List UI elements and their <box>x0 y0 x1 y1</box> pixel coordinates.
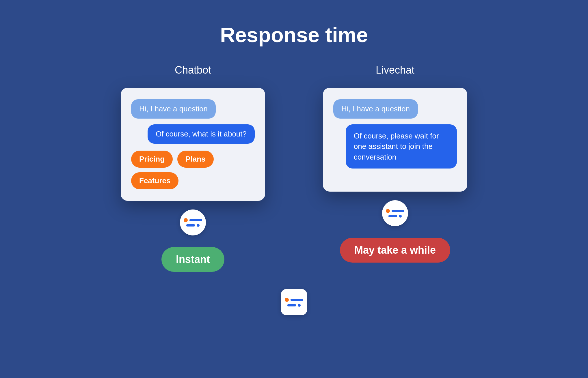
chatbot-status-badge: Instant <box>161 247 224 272</box>
bottom-icon-dot-blue <box>298 304 301 307</box>
option-plans[interactable]: Plans <box>177 151 213 168</box>
typing-line-blue-2 <box>392 210 404 212</box>
option-pricing[interactable]: Pricing <box>131 151 173 168</box>
livechat-chat-card: Hi, I have a question Of course, please … <box>323 88 467 192</box>
typing-line-blue-1 <box>189 219 202 221</box>
option-features[interactable]: Features <box>131 172 178 189</box>
typing-dot-blue-2 <box>399 215 402 218</box>
typing-dot-blue-1 <box>197 224 200 227</box>
livechat-bot-message: Of course, please wait for one assistant… <box>346 124 457 169</box>
livechat-column-title: Livechat <box>376 64 414 76</box>
livechat-column: Livechat Hi, I have a question Of course… <box>323 64 467 263</box>
bottom-icon-dot-orange <box>285 298 289 302</box>
bottom-icon-line-short <box>287 304 296 306</box>
chatbot-option-buttons: Pricing Plans Features <box>131 151 255 189</box>
chatbot-column: Chatbot Hi, I have a question Of course,… <box>121 64 265 272</box>
chatbot-typing-indicator <box>180 209 206 235</box>
chatbot-bot-message: Of course, what is it about? <box>148 124 255 144</box>
chatbot-chat-card: Hi, I have a question Of course, what is… <box>121 88 265 201</box>
typing-line-blue-short-2 <box>388 215 397 217</box>
livechat-typing-indicator <box>382 200 408 226</box>
bottom-logo-icon <box>281 289 307 315</box>
livechat-user-message: Hi, I have a question <box>333 99 418 119</box>
chatbot-column-title: Chatbot <box>175 64 211 76</box>
page-title: Response time <box>220 23 368 47</box>
columns-wrapper: Chatbot Hi, I have a question Of course,… <box>121 64 467 272</box>
typing-line-blue-short-1 <box>186 224 195 227</box>
typing-dot-orange-2 <box>386 209 390 213</box>
typing-dot-orange-1 <box>184 218 188 222</box>
bottom-icon-line-blue <box>291 299 303 301</box>
livechat-status-badge: May take a while <box>340 238 450 263</box>
chatbot-user-message: Hi, I have a question <box>131 99 216 119</box>
